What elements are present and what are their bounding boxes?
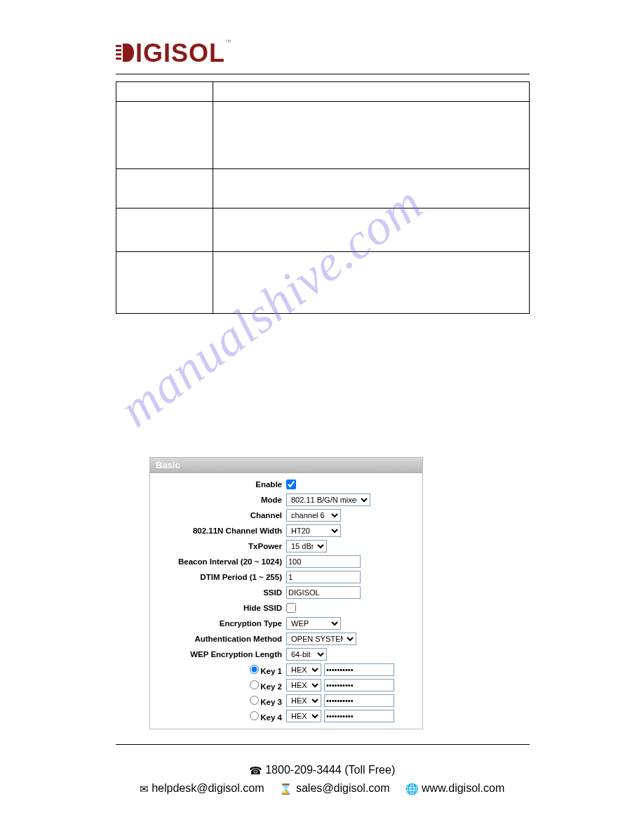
- logo-tm: ™: [225, 39, 232, 46]
- table-cell: [116, 169, 213, 208]
- auth-method-select[interactable]: OPEN SYSTEM: [286, 633, 356, 645]
- key3-input[interactable]: [324, 694, 394, 707]
- key1-label: Key 1: [260, 667, 282, 675]
- svg-rect-3: [116, 58, 121, 60]
- dtim-label: DTIM Period (1 ~ 255): [153, 573, 286, 581]
- key4-radio[interactable]: [250, 711, 259, 720]
- mail-icon: ✉: [140, 783, 149, 795]
- key1-format-select[interactable]: HEX: [286, 663, 321, 676]
- table-cell: [213, 208, 530, 252]
- spec-table: [116, 81, 530, 314]
- logo-icon: [116, 40, 134, 70]
- footer-web: www.digisol.com: [422, 782, 504, 794]
- svg-rect-0: [116, 45, 121, 47]
- footer-email-sales: sales@digisol.com: [296, 782, 390, 794]
- wep-length-select[interactable]: 64-bit: [286, 648, 327, 661]
- logo-text: IGISOL: [135, 39, 225, 67]
- key4-input[interactable]: [324, 710, 394, 722]
- table-cell: [213, 252, 530, 314]
- enable-checkbox[interactable]: [286, 479, 296, 489]
- table-cell: [116, 208, 213, 252]
- channel-width-select[interactable]: HT20: [286, 524, 341, 537]
- channel-select[interactable]: channel 6: [286, 509, 341, 522]
- footer-phone: 1800-209-3444 (Toll Free): [265, 764, 395, 776]
- key3-radio[interactable]: [250, 696, 259, 705]
- panel-title: Basic: [150, 458, 422, 473]
- dtim-input[interactable]: [286, 571, 361, 583]
- enable-label: Enable: [153, 480, 286, 489]
- key3-label: Key 3: [260, 698, 282, 706]
- table-cell: [116, 252, 213, 314]
- wep-length-label: WEP Encryption Length: [153, 650, 286, 658]
- table-cell: [116, 82, 213, 102]
- header-divider: [116, 74, 530, 74]
- basic-settings-panel: Basic Enable Mode 802.11 B/G/N mixed Cha…: [149, 457, 423, 729]
- table-cell: [213, 102, 530, 169]
- table-cell: [213, 82, 530, 102]
- txpower-select[interactable]: 15 dBm: [286, 540, 327, 552]
- enc-type-label: Encryption Type: [153, 619, 286, 628]
- enc-type-select[interactable]: WEP: [286, 617, 341, 630]
- key3-format-select[interactable]: HEX: [286, 694, 321, 707]
- beacon-label: Beacon Interval (20 ~ 1024): [153, 557, 286, 566]
- auth-method-label: Authentication Method: [153, 635, 286, 643]
- key2-format-select[interactable]: HEX: [286, 679, 321, 691]
- hide-ssid-checkbox[interactable]: [286, 603, 296, 613]
- beacon-input[interactable]: [286, 555, 361, 568]
- globe-icon: 🌐: [405, 783, 419, 795]
- channel-width-label: 802.11N Channel Width: [153, 527, 286, 535]
- phone-icon: ☎: [249, 764, 262, 776]
- footer-divider: [116, 744, 530, 745]
- mode-label: Mode: [153, 496, 286, 504]
- mode-select[interactable]: 802.11 B/G/N mixed: [286, 494, 370, 506]
- hide-ssid-label: Hide SSID: [153, 604, 286, 612]
- ssid-label: SSID: [153, 588, 286, 597]
- footer-email-help: helpdesk@digisol.com: [152, 782, 264, 794]
- ssid-input[interactable]: [286, 586, 361, 599]
- key4-format-select[interactable]: HEX: [286, 710, 321, 722]
- svg-rect-2: [116, 53, 121, 55]
- hourglass-icon: ⌛: [279, 783, 293, 795]
- channel-label: Channel: [153, 511, 286, 519]
- key2-label: Key 2: [260, 682, 282, 691]
- txpower-label: TxPower: [153, 542, 286, 550]
- key2-input[interactable]: [324, 679, 394, 691]
- key1-radio[interactable]: [250, 665, 259, 674]
- svg-rect-1: [116, 49, 121, 51]
- table-cell: [116, 102, 213, 169]
- table-cell: [213, 169, 530, 208]
- key2-radio[interactable]: [250, 680, 259, 689]
- key1-input[interactable]: [324, 663, 394, 676]
- brand-logo: IGISOL™: [116, 39, 530, 70]
- footer: ☎ 1800-209-3444 (Toll Free) ✉ helpdesk@d…: [0, 762, 644, 797]
- key4-label: Key 4: [260, 713, 282, 722]
